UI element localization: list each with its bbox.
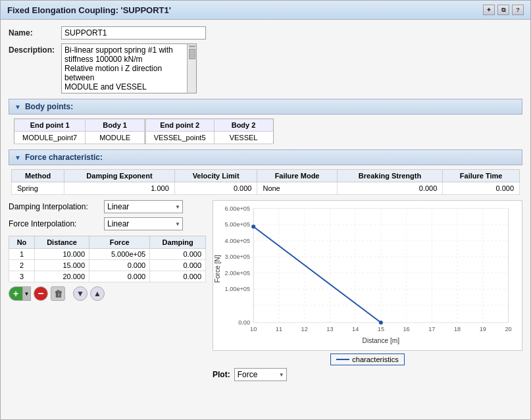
lower-section: Damping Interpolation: Linear Cubic Step… [9,200,522,381]
main-window: Fixed Elongation Coupling: 'SUPPORT1' ✦ … [0,0,531,420]
breaking-strength-header: Breaking Strength [337,170,443,182]
svg-text:1.00e+05: 1.00e+05 [225,286,250,292]
damping-cell: 0.000 [150,249,206,260]
force-interp-label: Force Interpolation: [9,219,104,228]
force-characteristic-arrow[interactable]: ▼ [14,154,21,161]
pin-button[interactable]: ✦ [483,5,495,15]
legend-label: characteristics [352,355,398,363]
table-row: 110.0005.000e+050.000 [9,249,206,260]
name-row: Name: [9,26,522,39]
add-button[interactable]: + [9,286,23,301]
breaking-strength-cell: 0.000 [337,182,443,195]
body-points-section-header: ▼ Body points: [9,99,522,115]
body1-value: MODULE [86,132,145,144]
method-cell: Spring [12,182,64,195]
titlebar-buttons: ✦ ⧉ ? [483,5,524,15]
force-characteristic-section-header: ▼ Force characteristic: [9,149,522,165]
restore-button[interactable]: ⧉ [497,5,509,15]
body-points-label: Body points: [25,102,73,111]
main-content: Name: Description: Bi-linear support spr… [1,20,530,419]
svg-point-41 [251,224,255,228]
damping-header: Damping [150,236,206,249]
help-button[interactable]: ? [512,5,524,15]
force-table-container: Method Damping Exponent Velocity Limit F… [9,169,522,195]
failure-mode-cell: None [257,182,337,195]
delete-button[interactable]: 🗑 [51,286,65,301]
svg-text:2.00e+05: 2.00e+05 [225,270,250,276]
distance-cell: 10.000 [35,249,89,260]
name-input[interactable] [61,26,206,39]
failure-time-cell: 0.000 [443,182,520,195]
svg-text:Force [N]: Force [N] [214,255,221,282]
svg-text:12: 12 [301,326,308,332]
chart-svg: 6.00e+05 5.00e+05 4.00e+05 3.00e+05 2.00… [213,201,522,350]
svg-text:17: 17 [428,326,435,332]
svg-text:16: 16 [403,326,410,332]
force-interp-row: Force Interpolation: Linear Cubic Step [9,217,206,230]
chart-container: 6.00e+05 5.00e+05 4.00e+05 3.00e+05 2.00… [213,200,522,351]
svg-text:11: 11 [276,326,282,332]
ep1-value: MODULE_point7 [14,132,86,144]
description-row: Description: Bi-linear support spring #1… [9,43,522,93]
svg-point-42 [379,321,383,325]
right-panel: 6.00e+05 5.00e+05 4.00e+05 3.00e+05 2.00… [213,200,522,381]
svg-text:19: 19 [480,326,486,332]
window-title: Fixed Elongation Coupling: 'SUPPORT1' [7,5,171,15]
no-cell: 1 [9,249,35,260]
plot-label: Plot: [213,370,230,379]
ep2-value: VESSEL_point5 [146,132,214,144]
description-text: Bi-linear support spring #1 with stiffne… [64,45,193,92]
body-points-table: End point 1 Body 1 End point 2 Body 2 MO… [14,118,274,144]
damping-exp-cell: 1.000 [64,182,175,195]
distance-cell: 20.000 [35,271,89,282]
body2-header: Body 2 [214,119,273,132]
scrollbar[interactable] [187,44,196,93]
move-up-button[interactable]: ▲ [90,286,105,301]
body-points-data-row: MODULE_point7 MODULE VESSEL_point5 VESSE… [14,132,274,144]
damping-cell: 0.000 [150,271,206,282]
data-table: No Distance Force Damping 110.0005.000e+… [9,236,206,282]
svg-text:14: 14 [352,326,359,332]
plot-select[interactable]: Force Damping [234,368,287,381]
force-header: Force [89,236,150,249]
svg-text:13: 13 [326,326,333,332]
svg-text:4.00e+05: 4.00e+05 [225,238,250,244]
table-row: 320.0000.0000.000 [9,271,206,282]
force-table-header-row: Method Damping Exponent Velocity Limit F… [12,170,520,182]
description-label: Description: [9,43,61,55]
force-cell: 5.000e+05 [89,249,150,260]
damping-interp-row: Damping Interpolation: Linear Cubic Step [9,200,206,213]
svg-text:5.00e+05: 5.00e+05 [225,221,250,228]
body-points-header-row: End point 1 Body 1 End point 2 Body 2 [14,119,274,132]
failure-mode-header: Failure Mode [257,170,337,182]
toolbar-row: + ▼ − 🗑 ▼ ▲ [9,286,206,301]
legend-line [336,359,349,360]
add-button-group: + ▼ [9,286,31,301]
remove-button[interactable]: − [34,286,48,301]
add-dropdown-arrow[interactable]: ▼ [23,286,31,301]
body-points-container: End point 1 Body 1 End point 2 Body 2 MO… [9,118,522,144]
svg-text:6.00e+05: 6.00e+05 [225,205,250,212]
chart-legend: characteristics [213,354,522,365]
velocity-header: Velocity Limit [174,170,257,182]
damping-cell: 0.000 [150,260,206,271]
svg-text:Distance [m]: Distance [m] [363,337,400,344]
damping-interp-wrapper: Linear Cubic Step [104,200,183,213]
force-interp-wrapper: Linear Cubic Step [104,217,183,230]
no-header: No [9,236,35,249]
svg-text:0.00: 0.00 [238,319,250,326]
method-header: Method [12,170,64,182]
damping-interp-label: Damping Interpolation: [9,202,104,211]
svg-text:18: 18 [454,326,461,332]
move-down-button[interactable]: ▼ [73,286,88,301]
force-interp-select[interactable]: Linear Cubic Step [104,217,183,230]
force-cell: 0.000 [89,260,150,271]
body-points-arrow[interactable]: ▼ [14,103,21,111]
svg-text:20: 20 [505,326,512,332]
description-area: Bi-linear support spring #1 with stiffne… [61,43,206,93]
distance-header: Distance [35,236,89,249]
svg-text:10: 10 [250,326,257,332]
ep1-header: End point 1 [14,119,86,132]
force-table-row: Spring 1.000 0.000 None 0.000 0.000 [12,182,520,195]
damping-interp-select[interactable]: Linear Cubic Step [104,200,183,213]
